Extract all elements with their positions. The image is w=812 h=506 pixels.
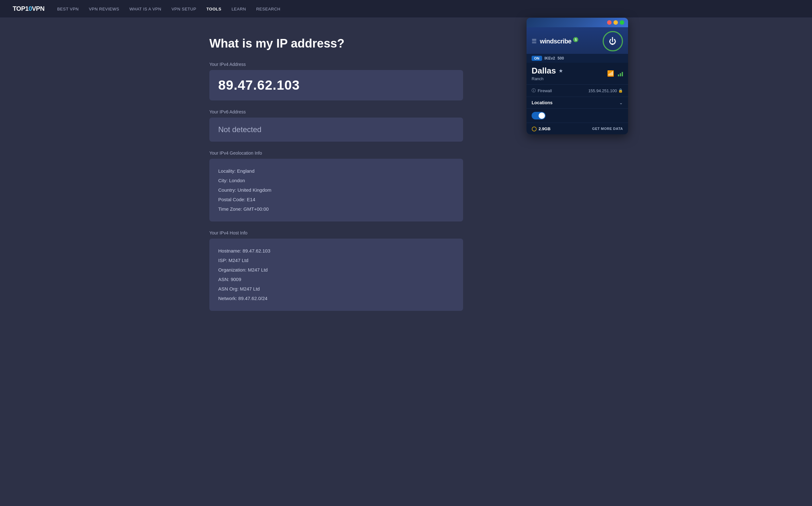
close-button[interactable] xyxy=(607,20,612,25)
widget-titlebar xyxy=(527,18,628,27)
geo-timezone: Time Zone: GMT+00:00 xyxy=(218,204,454,214)
widget-locations-row[interactable]: Locations ⌄ xyxy=(527,97,628,108)
nav-what-is-vpn[interactable]: WHAT IS A VPN xyxy=(129,7,161,11)
host-asn-org: ASN Org: M247 Ltd xyxy=(218,284,454,294)
geo-label: Your IPv4 Geolocation Info xyxy=(209,151,463,156)
geo-postal: Postal Code: E14 xyxy=(218,195,454,204)
ipv4-box: 89.47.62.103 xyxy=(209,70,463,100)
geo-country: Country: United Kingdom xyxy=(218,185,454,195)
toggle-thumb xyxy=(539,112,545,119)
content-area: What is my IP address? Your IPv4 Address… xyxy=(209,37,463,320)
widget-data-row: ◯ 2.9GB GET MORE DATA xyxy=(527,122,628,134)
wifi-icon: 📶 xyxy=(607,70,614,77)
protocol-badge: IKEv2 xyxy=(545,56,555,61)
nav-menu: BEST VPN VPN REVIEWS WHAT IS A VPN VPN S… xyxy=(57,6,280,12)
ipv4-address: 89.47.62.103 xyxy=(218,78,454,93)
hamburger-icon[interactable]: ☰ xyxy=(532,38,537,45)
navigation: TOP10VPN BEST VPN VPN REVIEWS WHAT IS A … xyxy=(0,0,812,18)
ipv4-label: Your IPv4 Address xyxy=(209,62,463,67)
signal-bar-2 xyxy=(620,73,621,76)
geo-locality: Locality: England xyxy=(218,166,454,176)
location-info: Dallas ★ Ranch xyxy=(532,66,563,81)
data-amount: 2.9GB xyxy=(539,126,551,131)
widget-location: Dallas ★ Ranch 📶 xyxy=(527,63,628,84)
nav-vpn-reviews[interactable]: VPN REVIEWS xyxy=(89,7,119,11)
firewall-label: ⓘ Firewall xyxy=(532,88,552,93)
geo-city: City: London xyxy=(218,176,454,185)
minimize-button[interactable] xyxy=(613,20,618,25)
host-network: Network: 89.47.62.0/24 xyxy=(218,294,454,303)
nav-learn[interactable]: LEARN xyxy=(231,7,246,11)
ipv6-value: Not detected xyxy=(218,125,454,134)
maximize-button[interactable] xyxy=(620,20,624,25)
nav-tools[interactable]: TOOLS xyxy=(206,7,221,11)
location-icons: 📶 xyxy=(607,70,623,77)
nav-best-vpn[interactable]: BEST VPN xyxy=(57,7,79,11)
signal-icon xyxy=(618,71,623,76)
locations-label: Locations xyxy=(532,100,552,105)
chevron-down-icon: ⌄ xyxy=(619,100,623,105)
nav-research[interactable]: RESEARCH xyxy=(256,7,280,11)
widget-status-bar: ON IKEv2 500 xyxy=(527,54,628,63)
host-org: Organization: M247 Ltd xyxy=(218,265,454,275)
windscribe-widget: ☰ windscribe 5 ⏻ ON IKEv2 500 Dallas ★ R… xyxy=(527,18,628,134)
star-icon[interactable]: ★ xyxy=(558,68,563,74)
toggle-switch[interactable] xyxy=(532,112,546,119)
speed-badge: 500 xyxy=(558,56,564,61)
widget-header: ☰ windscribe 5 ⏻ xyxy=(527,27,628,54)
signal-bar-3 xyxy=(622,72,623,76)
widget-logo: windscribe xyxy=(540,38,571,45)
status-on-badge: ON xyxy=(532,56,542,61)
notification-badge: 5 xyxy=(573,37,578,42)
power-icon: ⏻ xyxy=(609,37,617,46)
lock-icon: 🔒 xyxy=(618,88,623,93)
widget-toggle-row xyxy=(527,108,628,122)
get-more-data-button[interactable]: GET MORE DATA xyxy=(592,127,623,131)
firewall-ip: 155.94.251.100 🔒 xyxy=(588,88,623,93)
host-isp: ISP: M247 Ltd xyxy=(218,256,454,265)
page-title: What is my IP address? xyxy=(209,37,463,51)
main-container: What is my IP address? Your IPv4 Address… xyxy=(184,18,628,339)
ipv6-box: Not detected xyxy=(209,117,463,142)
geo-info-box: Locality: England City: London Country: … xyxy=(209,159,463,222)
signal-bar-1 xyxy=(618,74,619,76)
data-used: ◯ 2.9GB xyxy=(532,126,551,131)
site-logo[interactable]: TOP10VPN xyxy=(13,5,45,12)
ipv6-label: Your IPv6 Address xyxy=(209,109,463,114)
widget-header-left: ☰ windscribe 5 xyxy=(532,38,578,45)
info-icon: ⓘ xyxy=(532,88,536,93)
host-label: Your IPv4 Host Info xyxy=(209,230,463,235)
location-city: Dallas xyxy=(532,66,556,76)
location-sub: Ranch xyxy=(532,76,563,81)
coin-icon: ◯ xyxy=(532,126,537,131)
power-button[interactable]: ⏻ xyxy=(603,31,623,51)
host-asn: ASN: 9009 xyxy=(218,275,454,284)
nav-vpn-setup[interactable]: VPN SETUP xyxy=(172,7,196,11)
widget-firewall-row: ⓘ Firewall 155.94.251.100 🔒 xyxy=(527,84,628,97)
host-info-box: Hostname: 89.47.62.103 ISP: M247 Ltd Org… xyxy=(209,239,463,311)
host-hostname: Hostname: 89.47.62.103 xyxy=(218,246,454,256)
